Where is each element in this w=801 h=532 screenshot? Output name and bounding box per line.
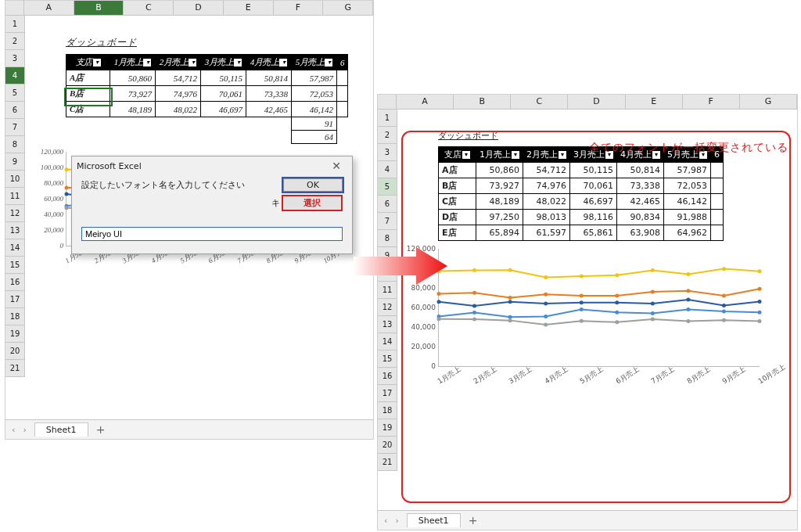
row-header-20[interactable]: 20 <box>5 343 24 360</box>
row-header-17[interactable]: 17 <box>5 291 24 308</box>
col-header-D[interactable]: D <box>174 1 224 15</box>
row-label[interactable]: C店 <box>439 194 476 210</box>
col-6[interactable]: 6 <box>337 55 348 70</box>
row-header-21[interactable]: 21 <box>5 360 24 377</box>
row-header-8[interactable]: 8 <box>5 136 24 153</box>
col-2[interactable]: 2月売上▾ <box>523 147 570 163</box>
row-header-10[interactable]: 10 <box>5 171 24 188</box>
row-header-7[interactable]: 7 <box>5 119 24 136</box>
data-table-right[interactable]: 支店▾1月売上▾2月売上▾3月売上▾4月売上▾5月売上▾6 A店50,86054… <box>438 146 724 241</box>
row-label[interactable]: E店 <box>439 225 476 241</box>
col-4[interactable]: 4月売上▾ <box>246 55 292 70</box>
tab-prev-icon[interactable]: ‹ <box>384 516 387 526</box>
col-header-E[interactable]: E <box>224 1 274 15</box>
row-label[interactable]: B店 <box>66 86 110 102</box>
table-row[interactable]: D店97,25098,01398,11690,83491,988 <box>439 210 724 225</box>
cell[interactable]: 65,894 <box>476 225 523 241</box>
col-header-F[interactable]: F <box>683 95 740 109</box>
cell[interactable]: 98,116 <box>570 210 617 225</box>
sheet-tab[interactable]: Sheet1 <box>34 422 88 437</box>
table-row[interactable]: C店48,18948,02246,69742,46546,142 <box>66 102 348 117</box>
col-header-C[interactable]: C <box>124 1 174 15</box>
add-sheet-icon[interactable]: + <box>469 514 478 527</box>
table-row[interactable]: E店65,89461,59765,86163,90864,962 <box>439 225 724 241</box>
data-table-left[interactable]: 支店▾1月売上▾2月売上▾3月売上▾4月売上▾5月売上▾6 A店50,86054… <box>66 54 348 144</box>
cell[interactable]: 50,115 <box>570 163 617 178</box>
row-label[interactable]: D店 <box>439 210 476 225</box>
sheet-tab[interactable]: Sheet1 <box>407 513 461 527</box>
cell[interactable]: 57,987 <box>664 163 711 178</box>
row-header-5[interactable]: 5 <box>5 84 24 102</box>
row-header-1[interactable]: 1 <box>5 16 24 33</box>
cell[interactable]: 70,061 <box>201 86 246 102</box>
select-button[interactable]: 選択 <box>282 195 343 211</box>
row-header-18[interactable]: 18 <box>5 308 24 325</box>
row-header-9[interactable]: 9 <box>378 247 397 264</box>
col-2[interactable]: 2月売上▾ <box>156 55 201 70</box>
row-header-3[interactable]: 3 <box>5 50 24 67</box>
row-header-3[interactable]: 3 <box>378 144 397 161</box>
cell[interactable]: 50,860 <box>110 70 156 86</box>
cell[interactable]: 46,142 <box>664 194 711 210</box>
table-row[interactable]: C店48,18948,02246,69742,46546,142 <box>439 194 724 210</box>
row-header-5[interactable]: 5 <box>378 178 397 196</box>
row-header-12[interactable]: 12 <box>378 299 397 316</box>
row-header-12[interactable]: 12 <box>5 205 24 222</box>
row-header-2[interactable]: 2 <box>378 127 397 144</box>
filter-icon[interactable]: ▾ <box>559 151 566 159</box>
row-header-6[interactable]: 6 <box>378 196 397 213</box>
cell[interactable]: 50,814 <box>246 70 292 86</box>
col-header-D[interactable]: D <box>568 95 625 109</box>
cell[interactable]: 98,013 <box>523 210 570 225</box>
row-header-17[interactable]: 17 <box>378 385 397 402</box>
row-header-14[interactable]: 14 <box>378 333 397 350</box>
cell[interactable]: 50,115 <box>201 70 246 86</box>
filter-icon[interactable]: ▾ <box>512 151 519 159</box>
col-header-G[interactable]: G <box>740 95 797 109</box>
cell[interactable]: 63,908 <box>617 225 664 241</box>
row-header-15[interactable]: 15 <box>5 257 24 274</box>
col-5[interactable]: 5月売上▾ <box>292 55 337 70</box>
table-row[interactable]: A店50,86054,71250,11550,81457,987 <box>439 163 724 178</box>
cell[interactable]: 46,142 <box>292 102 337 117</box>
cell[interactable]: 54,712 <box>523 163 570 178</box>
cell[interactable]: 42,465 <box>617 194 664 210</box>
col-header-A[interactable]: A <box>24 1 74 15</box>
cell[interactable]: 48,022 <box>523 194 570 210</box>
cell[interactable]: 50,860 <box>476 163 523 178</box>
row-header-14[interactable]: 14 <box>5 239 24 257</box>
row-label[interactable]: C店 <box>66 102 110 117</box>
tab-next-icon[interactable]: › <box>395 516 398 526</box>
col-header-G[interactable]: G <box>323 1 373 15</box>
cell[interactable]: 72,053 <box>292 86 337 102</box>
row-header-16[interactable]: 16 <box>378 368 397 385</box>
cell[interactable]: 65,861 <box>570 225 617 241</box>
row-header-4[interactable]: 4 <box>5 67 24 84</box>
col-header-C[interactable]: C <box>511 95 568 109</box>
cell[interactable]: 70,061 <box>570 178 617 194</box>
cell[interactable]: 73,338 <box>617 178 664 194</box>
row-header-16[interactable]: 16 <box>5 274 24 291</box>
row-label[interactable]: A店 <box>439 163 476 178</box>
cells-right[interactable]: ダッシュボード 支店▾1月売上▾2月売上▾3月売上▾4月売上▾5月売上▾6 A店… <box>397 110 797 471</box>
tab-prev-icon[interactable]: ‹ <box>12 425 15 435</box>
row-header-19[interactable]: 19 <box>378 419 397 437</box>
col-header-B[interactable]: B <box>74 1 124 15</box>
cell[interactable]: 46,697 <box>570 194 617 210</box>
row-header-4[interactable]: 4 <box>378 161 397 178</box>
cell[interactable]: 42,465 <box>246 102 292 117</box>
filter-icon[interactable]: ▾ <box>143 59 151 66</box>
cell[interactable]: 48,189 <box>476 194 523 210</box>
row-header-7[interactable]: 7 <box>378 213 397 230</box>
row-header-18[interactable]: 18 <box>378 402 397 419</box>
font-name-input[interactable] <box>81 227 343 241</box>
cell[interactable]: 74,976 <box>156 86 201 102</box>
close-icon[interactable]: ✕ <box>325 160 347 172</box>
row-header-9[interactable]: 9 <box>5 153 24 171</box>
col-header-A[interactable]: A <box>397 95 454 109</box>
row-label[interactable]: B店 <box>439 178 476 194</box>
col-3[interactable]: 3月売上▾ <box>201 55 246 70</box>
row-header-8[interactable]: 8 <box>378 230 397 247</box>
cell[interactable]: 48,022 <box>156 102 201 117</box>
row-header-6[interactable]: 6 <box>5 102 24 119</box>
